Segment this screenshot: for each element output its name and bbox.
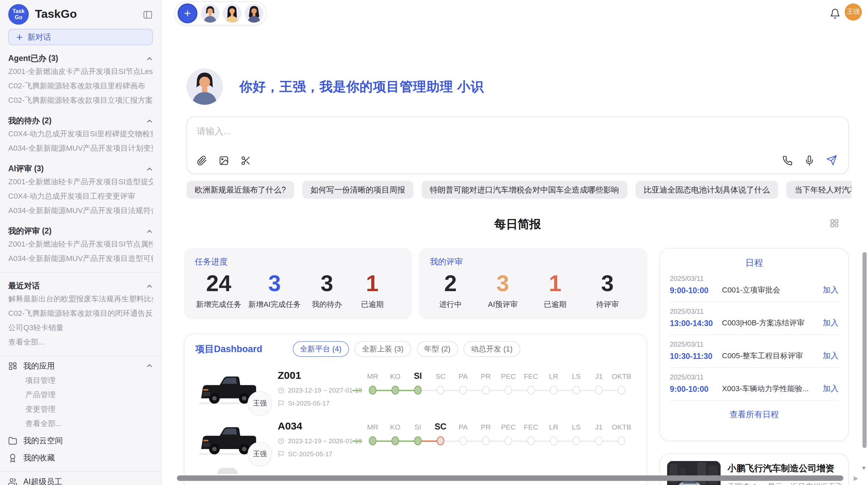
sidebar-section-header[interactable]: Agent已办 (3) xyxy=(8,53,153,64)
milestone-dot[interactable] xyxy=(618,386,625,395)
milestone-dot[interactable] xyxy=(369,386,376,395)
milestone-dot[interactable] xyxy=(414,436,422,445)
scroll-right-icon[interactable]: ▶ xyxy=(854,475,858,482)
stat-card: 任务进度24新增完成任务3新增AI完成任务3我的待办1已逾期 xyxy=(184,248,412,319)
notification-bell-icon[interactable] xyxy=(830,8,841,19)
sidebar-section-header[interactable]: AI评审 (3) xyxy=(8,163,153,175)
view-all-schedule-link[interactable]: 查看所有日程 xyxy=(670,409,839,421)
milestone-dot[interactable] xyxy=(369,436,376,445)
join-meeting-link[interactable]: 加入 xyxy=(823,285,839,295)
user-avatar[interactable]: 王强 xyxy=(845,3,862,21)
milestone-dot[interactable] xyxy=(550,386,557,395)
milestone-dot[interactable] xyxy=(505,436,512,445)
agent-avatar[interactable] xyxy=(245,4,263,23)
schedule-item[interactable]: 2025/03/119:00-10:00X003-车辆动力学性能验...加入 xyxy=(670,373,839,394)
schedule-item[interactable]: 2025/03/119:00-10:00C001-立项审批会加入 xyxy=(670,275,839,295)
join-meeting-link[interactable]: 加入 xyxy=(823,384,839,394)
milestone-dot[interactable] xyxy=(437,436,444,445)
milestone-dot[interactable] xyxy=(550,436,557,445)
app-sub-item[interactable]: 项目管理 xyxy=(8,373,153,388)
recent-chat-item[interactable]: 公司Q3轻卡销量 xyxy=(8,321,153,335)
sidebar-item-my-cloud[interactable]: 我的云空间 xyxy=(8,433,153,448)
dashboard-tab[interactable]: 年型 (2) xyxy=(417,341,458,357)
sidebar-item-my-apps[interactable]: 我的应用 xyxy=(8,358,153,373)
milestone-dot[interactable] xyxy=(618,436,625,445)
schedule-row: 13:00-14:30C003|H0B-方案冻结评审加入 xyxy=(670,318,839,328)
milestone-dot[interactable] xyxy=(572,386,580,395)
app-sub-item[interactable]: 变更管理 xyxy=(8,402,153,416)
milestone: OKTB xyxy=(610,421,633,445)
project-row[interactable]: 王强Z0012023-12-19 ~ 2027-01-19SI-2025-05-… xyxy=(195,369,636,408)
sidebar-item[interactable]: A034-全新新能源MUV产品开发项目计划变更表编写 xyxy=(8,141,153,156)
image-icon[interactable] xyxy=(219,156,229,166)
horizontal-scrollbar[interactable] xyxy=(177,475,843,481)
milestone-dot[interactable] xyxy=(482,386,490,395)
sidebar-item[interactable]: C0X4-动力总成开发项目SI里程碑提交物检查 xyxy=(8,127,153,141)
vertical-scrollbar[interactable] xyxy=(863,252,867,448)
sidebar-item[interactable]: A034-全新新能源MUV产品开发项目造型可行性评审 xyxy=(8,251,153,266)
recent-header[interactable]: 最近对话 xyxy=(8,280,153,292)
phone-icon[interactable] xyxy=(782,155,793,165)
send-icon[interactable] xyxy=(826,155,837,166)
app-sub-item[interactable]: 产品管理 xyxy=(8,388,153,402)
dashboard-tab[interactable]: 动总开发 (1) xyxy=(463,341,520,357)
suggestion-chip[interactable]: 当下年轻人对汽车外观有怎样的喜好趋势 xyxy=(786,181,852,199)
milestone-dot[interactable] xyxy=(459,386,467,395)
stat-value: 3 xyxy=(248,269,301,298)
sidebar-item[interactable]: C02-飞腾新能源轻客改款项目里程碑画布 xyxy=(8,79,153,93)
schedule-item[interactable]: 2025/03/1110:30-11:30C005-整车工程目标评审加入 xyxy=(670,340,839,361)
new-chat-button[interactable]: 新对话 xyxy=(8,29,153,45)
schedule-time: 9:00-10:00 xyxy=(670,286,722,294)
stat-item: 1已逾期 xyxy=(353,269,391,310)
milestone-dot[interactable] xyxy=(527,386,535,395)
dashboard-tab[interactable]: 全新上装 (3) xyxy=(354,341,411,357)
sidebar-tool-item[interactable]: AI超级员工 xyxy=(8,474,153,485)
briefing-grid-icon[interactable] xyxy=(830,219,839,228)
add-agent-button[interactable] xyxy=(178,3,197,23)
milestone-dot[interactable] xyxy=(482,436,490,445)
sidebar-item-my-favorites[interactable]: 我的收藏 xyxy=(8,450,153,465)
agent-avatar[interactable] xyxy=(223,4,241,23)
milestone-dot[interactable] xyxy=(572,436,580,445)
milestone-dot[interactable] xyxy=(505,386,512,395)
milestone-dot[interactable] xyxy=(391,386,399,395)
sidebar-item[interactable]: C02-飞腾新能源轻客改款项目立项汇报方案 xyxy=(8,93,153,108)
milestone-dot[interactable] xyxy=(595,386,603,395)
recent-chat-item[interactable]: C02-飞腾新能源轻客改款项目的闭环通告反馈情况 xyxy=(8,306,153,321)
sidebar-collapse-icon[interactable] xyxy=(143,9,153,20)
project-row[interactable]: 王强A0342023-12-19 ~ 2026-01-19SC-2025-05-… xyxy=(195,420,636,458)
schedule-item[interactable]: 2025/03/1113:00-14:30C003|H0B-方案冻结评审加入 xyxy=(670,308,839,328)
mic-icon[interactable] xyxy=(804,155,815,165)
dashboard-tab[interactable]: 全新平台 (4) xyxy=(292,341,349,357)
sidebar-item[interactable]: Z001-全新燃油轻卡产品开发项目SI造型提交物评审 xyxy=(8,175,153,189)
input-toolbar-right xyxy=(782,155,837,166)
paperclip-icon[interactable] xyxy=(197,156,207,166)
recent-chat-item[interactable]: 解释最新出台的欧盟报废车法规再生塑料比例被调至15%... xyxy=(8,292,153,306)
milestone-dot[interactable] xyxy=(414,386,422,395)
milestone-dot[interactable] xyxy=(437,386,444,395)
milestone-dot[interactable] xyxy=(391,436,399,445)
milestone-dot[interactable] xyxy=(527,436,535,445)
sidebar-section-header[interactable]: 我的评审 (2) xyxy=(8,225,153,237)
sidebar-item[interactable]: A034-全新新能源MUV产品开发项目法规符合性评审 xyxy=(8,203,153,218)
scissors-icon[interactable] xyxy=(241,156,251,166)
sidebar-item[interactable]: Z001-全新燃油轻卡产品开发项目SI节点属性5D文件评审 xyxy=(8,237,153,251)
recent-view-all[interactable]: 查看全部... xyxy=(8,335,153,349)
suggestion-chip[interactable]: 比亚迪全固态电池计划具体说了什么 xyxy=(636,181,778,199)
sidebar-item[interactable]: Z001-全新燃油皮卡产品开发项目SI节点Lesson Learn报告 xyxy=(8,64,153,79)
app-sub-item[interactable]: 查看全部... xyxy=(8,416,153,431)
agent-avatar[interactable] xyxy=(201,4,219,23)
join-meeting-link[interactable]: 加入 xyxy=(823,351,839,361)
sidebar-section-header[interactable]: 我的待办 (2) xyxy=(8,115,153,127)
suggestion-chip[interactable]: 欧洲新规最近颁布了什么? xyxy=(186,181,294,199)
milestone-dot[interactable] xyxy=(459,436,467,445)
sidebar-item[interactable]: C0X4-动力总成开发项目工程变更评审 xyxy=(8,189,153,203)
scroll-down-icon[interactable]: ▼ xyxy=(861,465,867,471)
join-meeting-link[interactable]: 加入 xyxy=(823,318,839,328)
suggestion-chip[interactable]: 特朗普可能对进口汽车增税会对中国车企造成哪些影响 xyxy=(422,181,627,199)
milestone-dot[interactable] xyxy=(595,436,603,445)
suggestion-chip[interactable]: 如何写一份清晰的项目周报 xyxy=(302,181,413,199)
chat-input[interactable] xyxy=(187,117,848,147)
chat-input-box xyxy=(186,116,849,174)
milestone-label: KO xyxy=(384,421,407,433)
